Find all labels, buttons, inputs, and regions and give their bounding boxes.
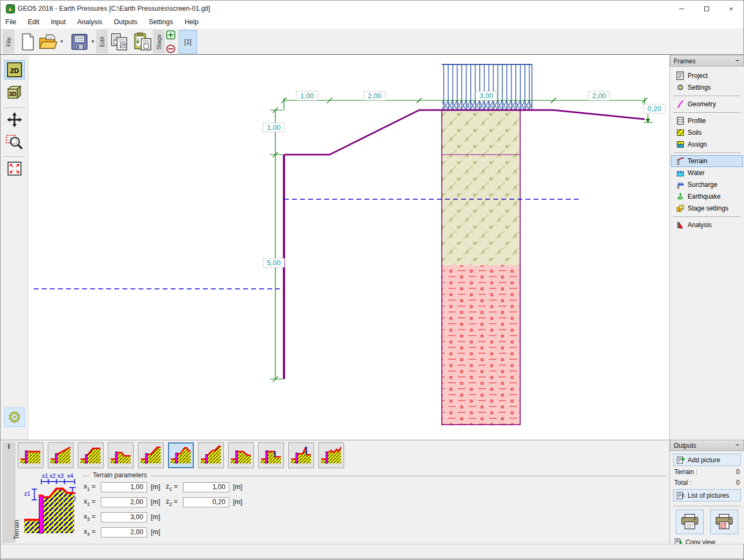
frame-item-stage-settings[interactable]: 12 Stage settings: [671, 202, 743, 214]
terrain-thumbnail-3[interactable]: [78, 442, 104, 468]
x4-unit: [m]: [151, 528, 160, 536]
svg-text:x1: x1: [42, 473, 48, 479]
add-picture-button[interactable]: Add picture: [673, 454, 741, 466]
minimize-button[interactable]: [669, 1, 694, 17]
frame-item-soils[interactable]: Soils: [671, 127, 743, 139]
z1-input[interactable]: [183, 482, 229, 492]
terrain-thumbnail-8[interactable]: [228, 442, 254, 468]
settings-gear-icon: ⚙: [8, 410, 21, 425]
svg-text:1,00: 1,00: [267, 123, 280, 132]
terrain-thumbnail-2[interactable]: [48, 442, 74, 468]
svg-text:z1: z1: [24, 490, 31, 497]
menu-edit[interactable]: Edit: [23, 17, 45, 27]
drawing-canvas[interactable]: 1,00 2,00 3,00 2,00 1,00: [28, 55, 669, 440]
list-of-pictures-button[interactable]: List of pictures: [673, 489, 741, 501]
dim-label-top-3[interactable]: 3,00: [476, 91, 497, 100]
svg-text:0,20: 0,20: [647, 105, 661, 113]
frame-item-earthquake[interactable]: Earthquake: [671, 191, 743, 202]
svg-text:5,00: 5,00: [267, 259, 280, 267]
open-dropdown-arrow[interactable]: ▼: [60, 39, 64, 44]
terrain-thumbnail-11[interactable]: [318, 442, 344, 468]
new-file-button[interactable]: [17, 30, 39, 54]
frame-item-analysis[interactable]: Analysis: [671, 219, 743, 231]
zoom-tool-button[interactable]: [4, 133, 25, 152]
field-row-z1: z1 = [m]: [166, 482, 242, 492]
x1-input[interactable]: [101, 482, 147, 492]
frame-item-terrain[interactable]: Terrain: [671, 155, 743, 167]
dim-label-top-4[interactable]: 2,00: [588, 91, 610, 100]
paste-picture-button[interactable]: [132, 30, 154, 54]
dim-label-left-1[interactable]: 1,00: [263, 123, 285, 132]
svg-text:2,00: 2,00: [368, 92, 381, 100]
z2-input[interactable]: [183, 497, 229, 507]
zoom-icon: [5, 133, 24, 151]
frame-item-profile[interactable]: Profile: [671, 115, 743, 127]
menu-settings[interactable]: Settings: [144, 17, 178, 27]
print-icon: [680, 513, 699, 530]
view-3d-button[interactable]: 3D: [4, 83, 25, 102]
menu-outputs[interactable]: Outputs: [109, 17, 142, 27]
dim-label-left-2[interactable]: 5,00: [263, 258, 285, 267]
panel-grip[interactable]: I: [8, 443, 10, 450]
copy-pictures-button[interactable]: [108, 30, 130, 54]
frame-item-surcharge[interactable]: Surcharge: [671, 179, 743, 191]
terrain-count-row: Terrain : 0: [673, 466, 741, 477]
menu-help[interactable]: Help: [180, 17, 203, 27]
terrain-count-label: Terrain :: [674, 468, 697, 476]
gear-icon: ⚙: [676, 83, 685, 92]
frames-minimize-button[interactable]: –: [735, 56, 739, 64]
terrain-thumbnail-5[interactable]: [138, 442, 164, 468]
save-dropdown-arrow[interactable]: ▼: [91, 39, 95, 44]
close-button[interactable]: ×: [719, 1, 743, 17]
terrain-thumbnail-10[interactable]: [288, 442, 314, 468]
stage-remove-icon[interactable]: [166, 44, 176, 54]
print-button[interactable]: [676, 510, 704, 534]
dim-label-right[interactable]: 0,20: [644, 104, 665, 113]
total-count-label: Total :: [674, 479, 691, 486]
save-file-button[interactable]: [68, 30, 91, 54]
analysis-icon: [676, 221, 685, 229]
x3-input[interactable]: [101, 512, 147, 522]
outputs-minimize-button[interactable]: –: [735, 441, 739, 448]
menu-input[interactable]: Input: [46, 17, 71, 27]
view-2d-button[interactable]: 2D: [4, 60, 25, 79]
active-frame-tab: Terrain: [13, 520, 20, 540]
pan-tool-button[interactable]: [4, 110, 25, 129]
terrain-thumbnail-7[interactable]: [198, 442, 224, 468]
field-row-z2: z2 = [m]: [166, 497, 242, 507]
field-row-x4: x4 = [m]: [84, 527, 160, 537]
visualization-settings-button[interactable]: ⚙: [4, 408, 25, 427]
stage-add-icon[interactable]: [166, 30, 176, 40]
frame-item-geometry[interactable]: Geometry: [671, 98, 743, 110]
title-bar: GEO5 2016 - Earth Pressures [C:\Earth Pr…: [1, 1, 743, 17]
terrain-thumbnail-1[interactable]: [18, 442, 43, 468]
x4-input[interactable]: [101, 527, 147, 537]
soil-column: [442, 110, 520, 425]
dim-label-top-2[interactable]: 2,00: [364, 91, 385, 100]
list-of-pictures-icon: [676, 491, 685, 500]
stage-1-button[interactable]: [1]: [179, 30, 197, 54]
move-icon: [6, 111, 23, 128]
dim-label-top-1[interactable]: 1,00: [296, 91, 318, 100]
x2-input[interactable]: [101, 497, 147, 507]
toolbar-group-edit: Edit: [96, 30, 108, 54]
menu-file[interactable]: File: [1, 17, 21, 27]
frame-item-assign[interactable]: Assign: [671, 139, 743, 150]
maximize-button[interactable]: [694, 1, 719, 17]
z1-unit: [m]: [233, 483, 242, 491]
frame-item-project[interactable]: Project: [671, 70, 743, 82]
x3-unit: [m]: [151, 513, 160, 521]
open-file-button[interactable]: [37, 30, 60, 54]
menu-analysis[interactable]: Analysis: [72, 17, 107, 27]
terrain-thumbnail-9[interactable]: [258, 442, 284, 468]
frame-item-settings[interactable]: ⚙ Settings: [671, 82, 743, 93]
new-file-icon: [21, 33, 35, 50]
terrain-thumbnail-4[interactable]: [108, 442, 134, 468]
frame-item-water[interactable]: Water: [671, 167, 743, 179]
sidebar-separator: [4, 156, 25, 157]
frames-separator: [673, 112, 741, 113]
bottom-panel-gutter: I Terrain: [2, 442, 16, 543]
terrain-thumbnail-6[interactable]: [168, 442, 194, 468]
fit-to-screen-button[interactable]: [4, 159, 25, 178]
print-preview-button[interactable]: [710, 510, 738, 534]
